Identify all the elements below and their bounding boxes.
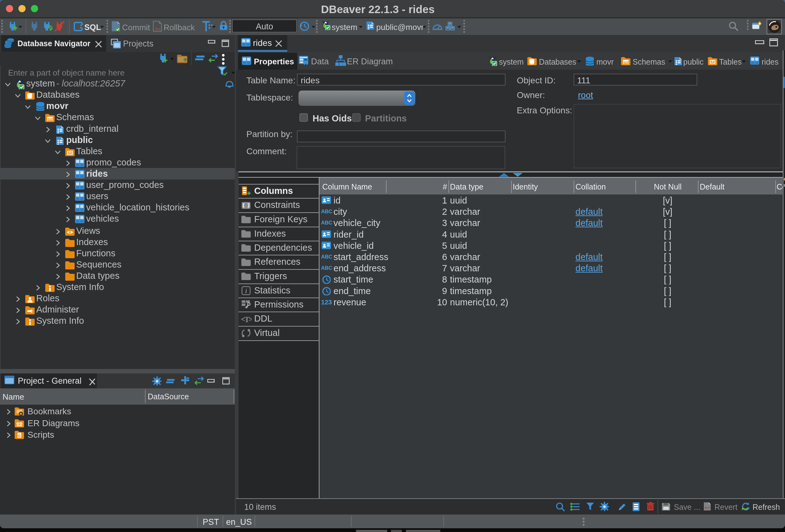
svg-text:>: > xyxy=(249,315,252,323)
svg-text:i: i xyxy=(245,287,247,295)
